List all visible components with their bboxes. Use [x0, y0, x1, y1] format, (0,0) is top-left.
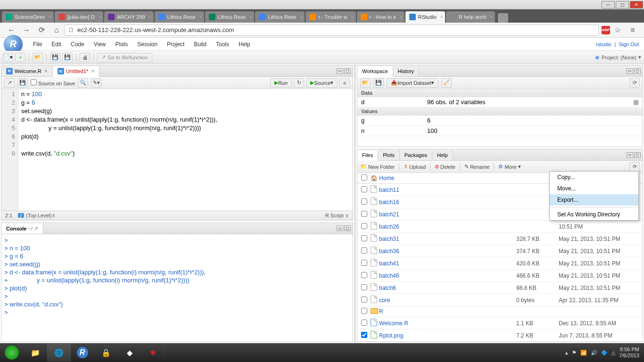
tab-plots[interactable]: Plots	[378, 150, 399, 160]
tab-workspace[interactable]: Workspace	[357, 66, 393, 77]
new-folder-button[interactable]: 📁New Folder	[360, 164, 395, 170]
browser-tab[interactable]: RStudio×	[405, 11, 445, 23]
upload-button[interactable]: ⬆Upload	[404, 164, 426, 170]
browser-tab[interactable]: R help archi×	[446, 11, 495, 23]
address-bar[interactable]: 🗋 ec2-50-112-228-222.us-west-2.compute.a…	[64, 25, 599, 36]
file-checkbox[interactable]	[361, 284, 367, 290]
home-button[interactable]: ⌂	[52, 25, 61, 35]
menu-edit[interactable]: Edit	[47, 41, 66, 48]
forward-button[interactable]: →	[22, 25, 31, 35]
file-checkbox[interactable]	[361, 235, 367, 241]
open-folder-button[interactable]: 📂	[33, 53, 43, 62]
files-refresh-button[interactable]: ⟳	[629, 162, 640, 172]
find-button[interactable]: 🔍	[78, 78, 88, 88]
pane-maximize-icon[interactable]: ▢	[344, 68, 351, 74]
pane-minimize-icon[interactable]: ▭	[627, 68, 633, 74]
file-name[interactable]: R	[379, 308, 516, 315]
source-tab[interactable]: RWelcome.R×	[1, 66, 53, 76]
popout-button[interactable]: ↗	[4, 78, 15, 88]
menu-code[interactable]: Code	[66, 41, 89, 48]
console-tab[interactable]: Console ~/ ⇗	[1, 223, 43, 234]
sign-out-link[interactable]: Sign Out	[619, 41, 639, 47]
run-button[interactable]: ▶ Run	[270, 78, 292, 88]
browser-tab[interactable]: ScienceDirec×	[2, 11, 54, 23]
load-workspace-button[interactable]: 📂	[360, 78, 371, 88]
workspace-value-row[interactable]: g6	[357, 115, 643, 126]
clear-workspace-button[interactable]: 🧹	[441, 78, 452, 88]
save-file-button[interactable]: 💾	[17, 78, 28, 88]
browser-tab[interactable]: r - Trouble w×	[305, 11, 355, 23]
file-checkbox[interactable]	[361, 223, 367, 229]
import-dataset-button[interactable]: 📥 Import Dataset▾	[387, 78, 438, 88]
file-name[interactable]: batch11	[379, 187, 516, 193]
app2-taskbar-icon[interactable]: ✱	[141, 344, 165, 362]
home-icon[interactable]: 🏠	[371, 175, 378, 181]
browser-tab[interactable]: Lithics Rese×	[255, 11, 305, 23]
menu-view[interactable]: View	[89, 41, 111, 48]
menu-plots[interactable]: Plots	[111, 41, 133, 48]
refresh-workspace-button[interactable]: ⟳	[629, 78, 640, 88]
browser-tab[interactable]: [julia-dev] D×	[55, 11, 103, 23]
delete-button[interactable]: ⊘Delete	[435, 164, 455, 170]
tray-flag-icon[interactable]: ⚑	[572, 350, 577, 356]
file-name[interactable]: batch26	[379, 223, 516, 230]
file-name[interactable]: Welcome.R	[379, 320, 516, 327]
bookmark-star-icon[interactable]: ☆	[613, 25, 622, 35]
pane-minimize-icon[interactable]: ▭	[337, 225, 343, 231]
rstudio-taskbar-icon[interactable]: R	[71, 344, 94, 362]
rstudio-link[interactable]: rstudio	[596, 41, 611, 47]
file-row[interactable]: Rplot.png 7.2 KB Jun 7, 2013, 8:55 PM	[357, 329, 643, 342]
tab-files[interactable]: Files	[357, 150, 378, 161]
file-row[interactable]: batch41 420.6 KB May 21, 2013, 10:51 PM	[357, 257, 643, 270]
file-name[interactable]: Rplot.png	[379, 332, 516, 339]
file-row[interactable]: batch36 374.7 KB May 21, 2013, 10:51 PM	[357, 245, 643, 257]
file-name[interactable]: batch36	[379, 248, 516, 255]
window-maximize-button[interactable]: ▢	[616, 1, 629, 8]
scope-indicator[interactable]: ƒ	[18, 213, 24, 218]
home-link[interactable]: Home	[379, 175, 394, 181]
menu-session[interactable]: Session	[132, 41, 162, 48]
tray-volume-icon[interactable]: 🔊	[591, 350, 597, 356]
clock[interactable]: 8:56 PM 7/6/2013	[619, 346, 639, 359]
more-button[interactable]: ⚙More▾	[498, 164, 520, 170]
tab-history[interactable]: History	[393, 66, 419, 76]
new-file-button[interactable]: 📄▾	[3, 53, 13, 62]
rename-button[interactable]: ✎Rename	[464, 164, 490, 170]
pane-maximize-icon[interactable]: ▢	[344, 225, 351, 231]
file-row[interactable]: batch46 466.6 KB May 21, 2013, 10:51 PM	[357, 270, 643, 282]
window-close-button[interactable]: ✕	[630, 1, 643, 8]
file-row[interactable]: core 0 bytes Apr 22, 2013, 11:35 PM	[357, 294, 643, 306]
file-checkbox[interactable]	[361, 247, 367, 254]
print-button[interactable]: 🖨	[80, 53, 90, 62]
inkscape-taskbar-icon[interactable]: ◆	[118, 344, 141, 362]
source-tab[interactable]: RUntitled1*×	[53, 66, 100, 77]
tray-drive-icon[interactable]: △	[611, 350, 615, 356]
outline-button[interactable]: ≡	[339, 78, 350, 88]
new-tab-button[interactable]	[498, 13, 508, 23]
rerun-button[interactable]: ↻	[294, 78, 304, 88]
start-button[interactable]	[5, 346, 19, 360]
pane-minimize-icon[interactable]: ▭	[337, 68, 343, 74]
source-on-save-checkbox[interactable]: Source on Save	[31, 79, 75, 86]
file-row[interactable]: Welcome.R 1.1 KB Dec 13, 2012, 9:55 AM	[357, 317, 643, 329]
abp-extension-icon[interactable]: ABP	[602, 26, 610, 34]
file-row[interactable]: batch26 10:51 PM	[357, 221, 643, 233]
file-name[interactable]: batch6	[379, 285, 516, 291]
more-menu-item[interactable]: Copy...	[550, 172, 638, 183]
source-button[interactable]: ▶ Source ▾	[306, 78, 338, 88]
tab-help[interactable]: Help	[432, 150, 453, 160]
file-checkbox[interactable]	[361, 198, 367, 205]
pane-maximize-icon[interactable]: ▢	[634, 68, 641, 74]
file-checkbox[interactable]	[361, 260, 367, 266]
project-selector[interactable]: ◉ Project: (None) ▾	[595, 54, 641, 60]
menu-tools[interactable]: Tools	[211, 41, 234, 48]
browser-tab[interactable]: Lithics Rese×	[205, 11, 255, 23]
code-editor[interactable]: 12345678 n = 100 g = 6 set.seed(g) d <- …	[1, 89, 353, 211]
file-row[interactable]: batch6 98.8 KB May 21, 2013, 10:51 PM	[357, 282, 643, 294]
workspace-value-row[interactable]: n100	[357, 126, 643, 136]
app-taskbar-icon[interactable]: 🔒	[94, 344, 118, 362]
tray-sync-icon[interactable]: 🔷	[601, 350, 608, 356]
explorer-taskbar-icon[interactable]: 📁	[24, 344, 47, 362]
file-checkbox[interactable]	[361, 186, 367, 192]
select-all-checkbox[interactable]	[361, 174, 367, 181]
